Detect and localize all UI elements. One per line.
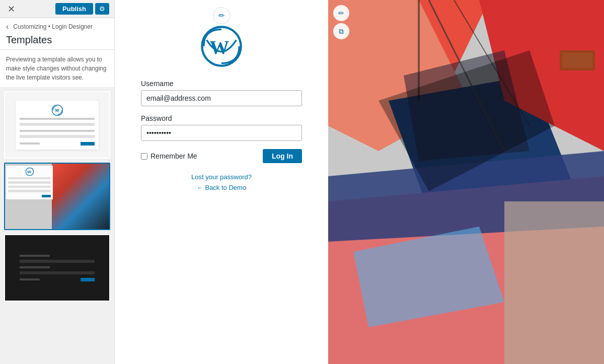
- password-input[interactable]: [141, 125, 302, 141]
- remember-me-text: Remember Me: [150, 152, 197, 160]
- breadcrumb-text: Customizing • Login Designer: [13, 23, 93, 30]
- svg-rect-18: [504, 201, 604, 364]
- copy-icon: ⧉: [339, 27, 344, 36]
- breadcrumb: ‹ Customizing • Login Designer: [6, 22, 108, 31]
- form-bottom-row: Remember Me Log In: [141, 149, 302, 163]
- template-item-1[interactable]: W: [4, 91, 110, 159]
- svg-rect-21: [562, 53, 592, 68]
- template-item-3[interactable]: [4, 234, 110, 302]
- preview-notice: Previewing a template allows you to make…: [0, 50, 114, 87]
- login-button[interactable]: Log In: [263, 149, 302, 163]
- right-edit-icons: ✏ ⧉: [333, 5, 349, 39]
- svg-text:W: W: [27, 170, 31, 174]
- remember-me-label[interactable]: Remember Me: [141, 152, 197, 160]
- login-form: Username Password Remember Me Log In Los…: [141, 80, 302, 194]
- breadcrumb-area: ‹ Customizing • Login Designer Templates: [0, 18, 114, 50]
- template-preview-3: [5, 235, 109, 301]
- top-bar: ✕ Publish ⚙: [0, 0, 114, 18]
- back-button[interactable]: ‹: [6, 22, 9, 31]
- publish-button[interactable]: Publish: [55, 3, 93, 15]
- back-to-demo-link[interactable]: ← Back to Demo: [141, 184, 302, 191]
- lost-password-link[interactable]: Lost your password?: [141, 173, 302, 181]
- main-content: ✏ W Username Password Remember Me Log In…: [115, 0, 328, 364]
- page-title: Templates: [6, 33, 108, 46]
- pencil-icon-right: ✏: [338, 9, 344, 17]
- mural-background: [328, 0, 604, 364]
- svg-text:W: W: [55, 108, 59, 113]
- wordpress-logo: W: [200, 25, 243, 67]
- edit-icon-area: ✏: [213, 7, 230, 24]
- templates-list: W W: [0, 87, 114, 364]
- close-button[interactable]: ✕: [5, 4, 18, 15]
- pencil-edit-button[interactable]: ✏: [213, 7, 230, 24]
- password-group: Password: [141, 114, 302, 141]
- sidebar: ✕ Publish ⚙ ‹ Customizing • Login Design…: [0, 0, 115, 364]
- username-group: Username: [141, 80, 302, 106]
- right-pencil-button[interactable]: ✏: [333, 5, 349, 21]
- template-preview-1: W: [5, 92, 109, 158]
- right-photo-panel: ✏ ⧉: [328, 0, 604, 364]
- password-label: Password: [141, 114, 302, 122]
- settings-button[interactable]: ⚙: [95, 3, 109, 15]
- publish-area: Publish ⚙: [55, 3, 109, 15]
- pencil-icon: ✏: [218, 11, 225, 20]
- svg-text:W: W: [209, 37, 229, 58]
- template-preview-2: W: [5, 164, 109, 229]
- form-links: Lost your password? ← Back to Demo: [141, 173, 302, 191]
- username-label: Username: [141, 80, 302, 88]
- right-copy-button[interactable]: ⧉: [333, 23, 349, 39]
- remember-me-checkbox[interactable]: [141, 153, 147, 160]
- username-input[interactable]: [141, 90, 302, 106]
- template-item-2[interactable]: W: [4, 163, 110, 230]
